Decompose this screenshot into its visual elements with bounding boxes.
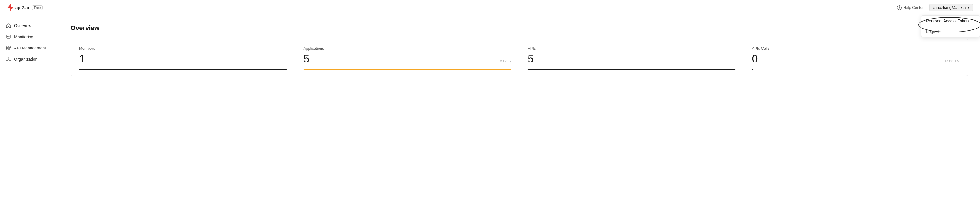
svg-rect-3 <box>9 46 11 48</box>
stat-bar-apis <box>528 69 735 70</box>
personal-access-token-item[interactable]: Personal Access Token <box>921 16 980 26</box>
logout-item[interactable]: Logout <box>921 26 980 37</box>
stat-label-applications: Applications <box>304 46 511 51</box>
stat-label-apis: APIs <box>528 46 735 51</box>
stat-card-apis: APIs 5 <box>519 39 744 76</box>
stat-card-applications: Applications 5 Max: 5 <box>295 39 520 76</box>
stat-bar-members <box>79 69 287 70</box>
svg-rect-1 <box>6 35 11 38</box>
page-title: Overview <box>71 24 968 32</box>
svg-rect-2 <box>6 46 8 48</box>
stat-card-members: Members 1 <box>71 39 295 76</box>
svg-point-6 <box>6 60 8 61</box>
sidebar-item-monitoring[interactable]: Monitoring <box>0 31 59 42</box>
free-badge: Free <box>32 5 43 10</box>
sidebar-item-api-management-label: API Management <box>14 46 46 50</box>
stat-value-api-calls: 0 <box>752 54 758 64</box>
header: api7.ai Free ? Help Center chaozhang@api… <box>0 0 980 15</box>
stat-value-apis: 5 <box>528 54 533 64</box>
svg-rect-4 <box>6 48 8 50</box>
logo[interactable]: api7.ai <box>7 4 29 11</box>
user-email: chaozhang@api7.ai ▾ <box>933 5 970 10</box>
stat-value-applications: 5 <box>304 54 309 64</box>
stat-value-row-members: 1 <box>79 54 287 64</box>
help-center-label: Help Center <box>903 5 924 10</box>
main-content: Overview Members 1 Applications 5 Max: 5 <box>59 15 980 208</box>
home-icon <box>6 23 11 28</box>
stats-grid: Members 1 Applications 5 Max: 5 APIs <box>71 39 968 76</box>
monitoring-icon <box>6 34 11 40</box>
stat-max-api-calls: Max: 1M <box>945 59 960 63</box>
api-icon <box>6 45 11 51</box>
stat-bar-applications <box>304 69 511 70</box>
stat-value-members: 1 <box>79 54 85 64</box>
sidebar-item-overview[interactable]: Overview <box>0 20 59 31</box>
header-left: api7.ai Free <box>7 4 43 11</box>
user-menu[interactable]: chaozhang@api7.ai ▾ <box>929 4 973 11</box>
header-right: ? Help Center chaozhang@api7.ai ▾ <box>897 4 973 11</box>
sidebar: Overview Monitoring API M <box>0 15 59 208</box>
help-circle-icon: ? <box>897 5 902 10</box>
sidebar-item-overview-label: Overview <box>14 23 31 28</box>
app-body: Overview Monitoring API M <box>0 15 980 208</box>
stat-card-api-calls: APIs Calls 0 Max: 1M <box>744 39 968 76</box>
sidebar-item-api-management[interactable]: API Management <box>0 42 59 54</box>
stat-value-row-api-calls: 0 Max: 1M <box>752 54 960 64</box>
svg-marker-0 <box>7 4 14 11</box>
sidebar-item-organization-label: Organization <box>14 57 37 62</box>
logo-text: api7.ai <box>15 5 29 10</box>
svg-point-7 <box>10 60 11 61</box>
logo-icon <box>7 4 14 11</box>
sidebar-item-monitoring-label: Monitoring <box>14 34 33 39</box>
org-icon <box>6 56 11 62</box>
stat-label-members: Members <box>79 46 287 51</box>
stat-value-row-applications: 5 Max: 5 <box>304 54 511 64</box>
sidebar-item-organization[interactable]: Organization <box>0 54 59 65</box>
help-center-link[interactable]: ? Help Center <box>897 5 924 10</box>
stat-max-applications: Max: 5 <box>500 59 511 63</box>
stat-value-row-apis: 5 <box>528 54 735 64</box>
stat-bar-api-calls <box>752 69 752 70</box>
stat-label-api-calls: APIs Calls <box>752 46 960 51</box>
user-dropdown: Personal Access Token Logout <box>921 15 980 37</box>
svg-point-5 <box>8 58 10 59</box>
